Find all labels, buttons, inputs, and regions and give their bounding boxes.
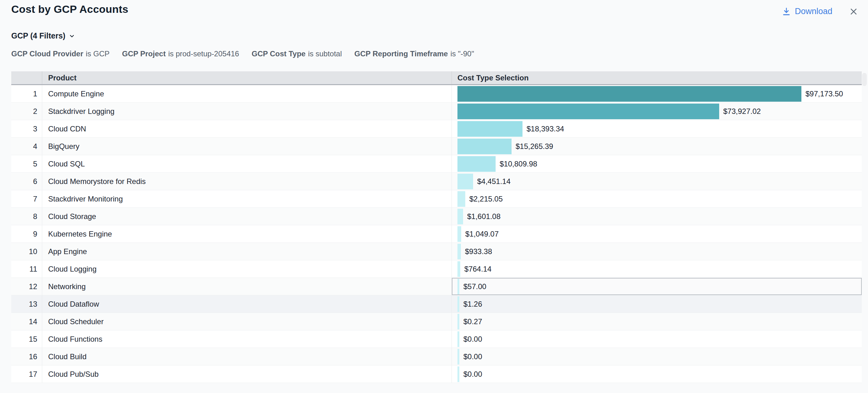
cost-cell[interactable]: $2,215.05 (452, 190, 862, 207)
table-row: 3Cloud CDN$18,393.34 (11, 120, 862, 138)
cost-table: Product Cost Type Selection 1Compute Eng… (11, 71, 862, 383)
filter-chip: GCP Reporting Timeframeis "-90" (354, 50, 474, 58)
product-cell[interactable]: Networking (42, 278, 452, 295)
cost-cell[interactable]: $97,173.50 (452, 85, 862, 102)
cost-value: $1.26 (463, 300, 482, 308)
cost-cell[interactable]: $57.00 (452, 278, 862, 295)
row-index: 10 (11, 243, 42, 260)
cost-cell[interactable]: $1,601.08 (452, 208, 862, 225)
cost-value: $1,049.07 (465, 230, 499, 238)
cost-value: $15,265.39 (516, 142, 553, 151)
cost-cell[interactable]: $0.27 (452, 313, 862, 330)
row-index: 12 (11, 278, 42, 295)
cost-value: $0.27 (463, 317, 482, 326)
table-row: 15Cloud Functions$0.00 (11, 330, 862, 348)
row-index: 9 (11, 225, 42, 242)
product-cell[interactable]: Cloud Scheduler (42, 313, 452, 330)
table-row: 17Cloud Pub/Sub$0.00 (11, 365, 862, 383)
product-cell[interactable]: Cloud Memorystore for Redis (42, 173, 452, 190)
filter-chip-name: GCP Cost Type (252, 50, 306, 58)
product-cell[interactable]: Cloud CDN (42, 120, 452, 138)
row-index: 15 (11, 330, 42, 347)
close-button[interactable] (848, 6, 859, 17)
cost-value: $57.00 (463, 282, 486, 291)
filter-chip-condition: is subtotal (308, 50, 342, 58)
cost-bar (458, 226, 461, 242)
cost-cell[interactable]: $764.14 (452, 260, 862, 277)
table-row: 7Stackdriver Monitoring$2,215.05 (11, 190, 862, 208)
row-index: 16 (11, 348, 42, 365)
cost-cell[interactable]: $1.26 (452, 295, 862, 312)
download-label: Download (795, 6, 832, 16)
product-cell[interactable]: Kubernetes Engine (42, 225, 452, 242)
table-row: 16Cloud Build$0.00 (11, 348, 862, 365)
table-row: 13Cloud Dataflow$1.26 (11, 295, 862, 313)
filter-chip: GCP Cloud Provideris GCP (11, 50, 110, 58)
table-row: 12Networking$57.00 (11, 278, 862, 295)
scrollbar-thumb[interactable] (862, 73, 867, 86)
table-row: 11Cloud Logging$764.14 (11, 260, 862, 278)
table-row: 6Cloud Memorystore for Redis$4,451.14 (11, 173, 862, 190)
product-cell[interactable]: Cloud SQL (42, 155, 452, 173)
cost-cell[interactable]: $15,265.39 (452, 138, 862, 155)
cost-bar (458, 191, 465, 207)
filter-chip-name: GCP Cloud Provider (11, 50, 83, 58)
row-index: 2 (11, 102, 42, 120)
filter-chip-condition: is GCP (86, 50, 110, 58)
cost-value: $0.00 (463, 335, 482, 343)
product-cell[interactable]: Cloud Storage (42, 208, 452, 225)
table-row: 8Cloud Storage$1,601.08 (11, 208, 862, 225)
product-cell[interactable]: Stackdriver Logging (42, 102, 452, 120)
cost-bar (458, 314, 459, 330)
cost-value: $0.00 (463, 370, 482, 379)
cost-cell[interactable]: $0.00 (452, 365, 862, 383)
cost-cell[interactable]: $4,451.14 (452, 173, 862, 190)
row-index: 8 (11, 208, 42, 225)
filter-summary-row: GCP Cloud Provideris GCPGCP Projectis pr… (11, 50, 474, 58)
product-cell[interactable]: Cloud Pub/Sub (42, 365, 452, 383)
cost-cell[interactable]: $0.00 (452, 330, 862, 347)
cost-value: $73,927.02 (723, 107, 761, 116)
filters-dropdown-toggle[interactable]: GCP (4 Filters) (11, 31, 75, 40)
table-header: Product Cost Type Selection (11, 71, 862, 85)
product-cell[interactable]: Cloud Logging (42, 260, 452, 277)
cost-cell[interactable]: $1,049.07 (452, 225, 862, 242)
cost-value: $4,451.14 (477, 177, 510, 186)
cost-cell[interactable]: $18,393.34 (452, 120, 862, 138)
cost-value: $0.00 (463, 352, 482, 361)
download-button[interactable]: Download (780, 6, 834, 17)
product-cell[interactable]: BigQuery (42, 138, 452, 155)
cost-cell[interactable]: $933.38 (452, 243, 862, 260)
cost-cell[interactable]: $73,927.02 (452, 102, 862, 120)
product-cell[interactable]: Stackdriver Monitoring (42, 190, 452, 207)
cost-value: $2,215.05 (469, 194, 503, 203)
cost-bar (458, 331, 459, 347)
table-row: 9Kubernetes Engine$1,049.07 (11, 225, 862, 243)
row-index: 14 (11, 313, 42, 330)
header-cost-type-selection[interactable]: Cost Type Selection (452, 71, 862, 84)
row-index: 1 (11, 85, 42, 102)
row-index: 17 (11, 365, 42, 383)
cost-bar (458, 349, 459, 365)
cost-value: $18,393.34 (527, 124, 564, 133)
cost-bar (458, 103, 719, 119)
download-icon (782, 7, 791, 16)
cost-bar (458, 156, 496, 172)
product-cell[interactable]: Compute Engine (42, 85, 452, 102)
cost-bar (458, 209, 463, 224)
close-icon (848, 6, 859, 17)
cost-cell[interactable]: $10,809.98 (452, 155, 862, 173)
top-actions: Download (780, 6, 859, 17)
row-index: 13 (11, 295, 42, 312)
product-cell[interactable]: Cloud Build (42, 348, 452, 365)
header-index (11, 71, 42, 84)
product-cell[interactable]: Cloud Dataflow (42, 295, 452, 312)
header-product[interactable]: Product (42, 71, 452, 84)
cost-cell[interactable]: $0.00 (452, 348, 862, 365)
cost-value: $933.38 (465, 247, 492, 256)
table-row: 14Cloud Scheduler$0.27 (11, 313, 862, 330)
cost-bar (458, 86, 801, 102)
product-cell[interactable]: Cloud Functions (42, 330, 452, 347)
cost-bar (458, 261, 460, 277)
product-cell[interactable]: App Engine (42, 243, 452, 260)
